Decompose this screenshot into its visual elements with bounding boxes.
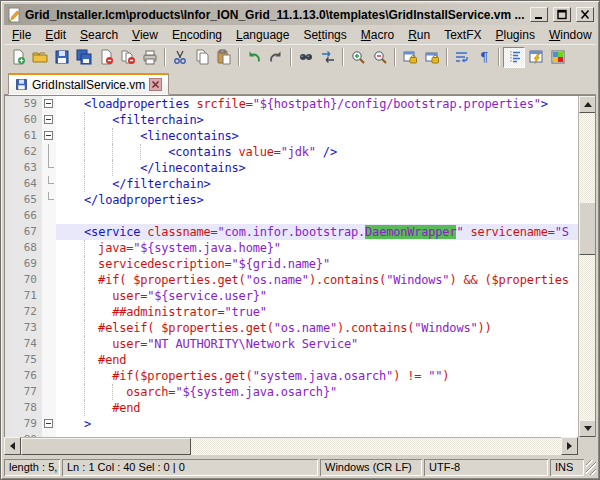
fold-margin[interactable] [42,160,56,176]
menu-language[interactable]: Language [229,26,296,44]
menu-search[interactable]: Search [73,26,125,44]
open-folder-button[interactable] [29,47,51,68]
fold-margin[interactable] [42,240,56,256]
code-text[interactable]: #end [56,352,578,368]
fold-collapse-icon[interactable] [44,419,53,428]
vertical-scroll-thumb[interactable] [579,202,596,255]
scroll-left-button[interactable] [4,437,21,455]
code-text[interactable]: #elseif( $properties.get("os.name").cont… [56,320,578,336]
fold-margin[interactable] [42,288,56,304]
fold-margin[interactable] [42,192,56,208]
code-text[interactable]: osarch="${system.java.osarch}" [56,384,578,400]
code-text[interactable]: </filterchain> [56,176,578,192]
paste-button[interactable] [213,47,235,68]
tab-close-button[interactable] [149,78,162,91]
fold-margin[interactable] [42,336,56,352]
menu-plugins[interactable]: Plugins [489,26,542,44]
horizontal-scroll-thumb[interactable] [21,438,191,455]
close-doc-button[interactable] [95,47,117,68]
menu-edit[interactable]: Edit [38,26,73,44]
horizontal-scroll-track[interactable] [21,437,561,455]
cut-button[interactable] [169,47,191,68]
save-all-button[interactable] [73,47,95,68]
copy-button[interactable] [191,47,213,68]
fold-margin[interactable] [42,112,56,128]
menu-encoding[interactable]: Encoding [165,26,229,44]
menu-macro[interactable]: Macro [354,26,401,44]
fold-margin[interactable] [42,144,56,160]
editor-lines[interactable]: 59<loadproperties srcfile="${hostpath}/c… [12,96,578,437]
menu-view[interactable]: View [125,26,165,44]
code-text[interactable]: <contains value="jdk" /> [56,144,578,160]
fold-collapse-icon[interactable] [44,99,53,108]
code-text[interactable]: <service classname="com.infor.bootstrap.… [56,224,578,240]
fold-margin[interactable] [42,384,56,400]
code-text[interactable]: ##administrator="true" [56,304,578,320]
code-text[interactable]: #if( $properties.get("os.name").contains… [56,272,578,288]
code-text[interactable]: <loadproperties srcfile="${hostpath}/con… [56,96,578,112]
code-text[interactable]: user="${service.user}" [56,288,578,304]
show-indent-guide-button[interactable] [503,47,525,68]
find-button[interactable] [295,47,317,68]
show-all-chars-button[interactable]: ¶ [473,47,495,68]
zoom-in-button[interactable] [347,47,369,68]
menu-settings[interactable]: Settings [296,26,353,44]
sync-scroll-h-button[interactable] [421,47,443,68]
code-text[interactable] [56,208,578,224]
horizontal-scrollbar[interactable] [4,437,596,455]
vertical-scrollbar[interactable] [578,96,595,437]
code-text[interactable]: </linecontains> [56,160,578,176]
minimize-button[interactable] [530,7,548,22]
title-bar[interactable]: Grid_Installer.lcm\products\Infor_ION_Gr… [4,4,596,25]
fold-margin[interactable] [42,224,56,240]
menu-textfx[interactable]: TextFX [437,26,488,44]
zoom-out-button[interactable] [369,47,391,68]
doc-map-button[interactable] [547,47,569,68]
user-defined-dialog-button[interactable] [525,47,547,68]
fold-margin[interactable] [42,416,56,432]
fold-margin[interactable] [42,176,56,192]
fold-margin[interactable] [42,272,56,288]
tab-gridinstallservice[interactable]: GridInstallService.vm [8,73,169,95]
close-button[interactable] [576,7,594,22]
fold-margin[interactable] [42,368,56,384]
editor[interactable]: 59<loadproperties srcfile="${hostpath}/c… [4,95,596,437]
menu-run[interactable]: Run [401,26,437,44]
code-text[interactable]: </loadproperties> [56,192,578,208]
maximize-button[interactable] [553,7,571,22]
word-wrap-button[interactable] [451,47,473,68]
print-button[interactable] [139,47,161,68]
code-text[interactable]: > [56,416,578,432]
fold-margin[interactable] [42,400,56,416]
redo-button[interactable] [265,47,287,68]
save-button[interactable] [51,47,73,68]
undo-button[interactable] [243,47,265,68]
code-text[interactable]: <filterchain> [56,112,578,128]
sync-scroll-v-button[interactable] [399,47,421,68]
fold-margin[interactable] [42,320,56,336]
scroll-right-button[interactable] [561,437,578,455]
menu-window[interactable]: Window [542,26,599,44]
fold-margin[interactable] [42,208,56,224]
code-text[interactable]: servicedescription="${grid.name}" [56,256,578,272]
menu-bar: FileEditSearchViewEncodingLanguageSettin… [4,25,596,44]
fold-margin[interactable] [42,352,56,368]
code-text[interactable]: #end [56,400,578,416]
replace-button[interactable] [317,47,339,68]
fold-margin[interactable] [42,96,56,112]
fold-collapse-icon[interactable] [44,115,53,124]
code-text[interactable]: #if($properties.get("system.java.osarch"… [56,368,578,384]
fold-margin[interactable] [42,128,56,144]
code-text[interactable]: <linecontains> [56,128,578,144]
fold-margin[interactable] [42,256,56,272]
resize-grip-icon[interactable] [586,460,596,475]
scroll-up-button[interactable] [579,96,596,113]
fold-collapse-icon[interactable] [44,131,53,140]
new-file-button[interactable] [7,47,29,68]
code-text[interactable]: java="${system.java.home}" [56,240,578,256]
scroll-down-button[interactable] [579,420,596,437]
fold-margin[interactable] [42,304,56,320]
menu-file[interactable]: File [5,26,38,44]
close-all-docs-button[interactable] [117,47,139,68]
code-text[interactable]: user="NT AUTHORITY\Network Service" [56,336,578,352]
